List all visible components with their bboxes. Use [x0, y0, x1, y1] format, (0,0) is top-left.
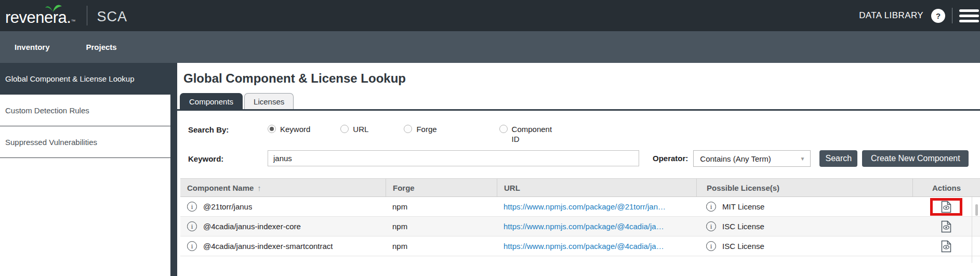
forge-value: npm	[392, 242, 407, 251]
radio-keyword[interactable]: Keyword	[268, 124, 310, 134]
info-icon[interactable]: i	[706, 241, 716, 251]
app-header: revenera.™ SCA DATA LIBRARY ?	[0, 0, 980, 31]
document-eye-icon	[941, 201, 951, 213]
sort-ascending-icon: ↑	[257, 183, 261, 192]
license-name: ISC License	[722, 222, 764, 231]
radio-url-circle[interactable]	[340, 125, 349, 133]
column-header-forge[interactable]: Forge	[386, 179, 497, 196]
forge-value: npm	[392, 202, 407, 211]
radio-forge-circle[interactable]	[404, 125, 412, 133]
info-icon[interactable]: i	[187, 221, 197, 231]
component-url-link[interactable]: https://www.npmjs.com/package/@4cadia/ja…	[504, 222, 664, 231]
page-title: Global Component & License Lookup	[183, 71, 980, 86]
radio-component-id[interactable]: Component ID	[499, 124, 559, 144]
operator-label: Operator:	[653, 150, 688, 163]
column-header-actions: Actions	[912, 179, 980, 196]
brand-logo[interactable]: revenera.™ SCA	[5, 4, 127, 27]
component-name: @4cadia/janus-indexer-core	[203, 222, 301, 231]
license-name: MIT License	[722, 202, 764, 211]
scrollbar-track	[972, 197, 980, 263]
keyword-input[interactable]	[268, 150, 639, 166]
nav-item-inventory[interactable]: Inventory	[15, 43, 50, 51]
search-by-row: Search By: Keyword URL Forge	[188, 124, 980, 144]
info-icon[interactable]: i	[706, 202, 716, 212]
table-row: i @21torr/janus npm https://www.npmjs.co…	[180, 197, 980, 217]
keyword-label: Keyword:	[188, 150, 268, 163]
info-icon[interactable]: i	[706, 221, 716, 231]
header-actions: DATA LIBRARY ?	[859, 7, 980, 25]
view-detail-button[interactable]	[941, 240, 951, 253]
chevron-down-icon: ▼	[800, 156, 805, 162]
component-name: @4cadia/janus-indexer-smartcontract	[203, 242, 333, 251]
radio-url[interactable]: URL	[340, 124, 368, 134]
search-form: Search By: Keyword URL Forge	[177, 111, 980, 167]
column-header-possible-licenses[interactable]: Possible License(s)	[696, 179, 912, 196]
data-library-link[interactable]: DATA LIBRARY	[859, 10, 923, 21]
brand-divider	[87, 6, 87, 25]
sidebar-edge	[170, 63, 177, 276]
sidebar-item-custom-detection-rules[interactable]: Custom Detection Rules	[0, 95, 177, 126]
radio-keyword-circle[interactable]	[268, 125, 276, 133]
info-icon[interactable]: i	[187, 202, 197, 212]
view-detail-button[interactable]	[941, 220, 951, 233]
header-divider	[952, 8, 952, 23]
leaf-icon	[45, 5, 63, 12]
search-by-radio-group: Keyword URL Forge Component ID	[268, 124, 559, 144]
table-header-row: Component Name ↑ Forge URL Possible Lice…	[180, 178, 980, 197]
results-table: Component Name ↑ Forge URL Possible Lice…	[180, 178, 980, 263]
tab-components[interactable]: Components	[180, 93, 243, 109]
sidebar-item-global-lookup[interactable]: Global Component & License Lookup	[0, 63, 177, 95]
forge-value: npm	[392, 222, 407, 231]
info-icon[interactable]: i	[187, 241, 197, 251]
main-panel: Global Component & License Lookup Compon…	[177, 63, 980, 276]
nav-item-projects[interactable]: Projects	[86, 43, 117, 51]
radio-component-id-circle[interactable]	[499, 125, 508, 133]
product-name: SCA	[97, 7, 127, 25]
view-detail-button[interactable]	[941, 201, 951, 213]
search-button[interactable]: Search	[819, 150, 857, 167]
search-by-label: Search By:	[188, 124, 268, 134]
create-new-component-button[interactable]: Create New Component	[862, 150, 969, 167]
column-header-url[interactable]: URL	[497, 179, 696, 196]
trademark: ™	[71, 19, 75, 24]
table-row: i @4cadia/janus-indexer-smartcontract np…	[180, 236, 980, 256]
highlight-annotation	[930, 198, 962, 216]
tab-strip: Components Licenses	[177, 93, 980, 111]
scrollbar-thumb[interactable]	[975, 204, 978, 216]
operator-select[interactable]: Contains (Any Term) ▼	[693, 150, 811, 167]
document-eye-icon	[941, 220, 951, 233]
component-name: @21torr/janus	[203, 202, 252, 211]
radio-forge[interactable]: Forge	[404, 124, 436, 134]
sidebar-item-suppressed-vulnerabilities[interactable]: Suppressed Vulnerabilities	[0, 126, 177, 158]
sidebar: Global Component & License Lookup Custom…	[0, 63, 177, 276]
hamburger-menu-icon[interactable]	[959, 7, 980, 25]
keyword-row: Keyword: Operator: Contains (Any Term) ▼…	[188, 150, 980, 167]
document-eye-icon	[941, 240, 951, 253]
tab-licenses[interactable]: Licenses	[244, 93, 294, 109]
component-url-link[interactable]: https://www.npmjs.com/package/@4cadia/ja…	[504, 242, 664, 251]
operator-selected-value: Contains (Any Term)	[700, 154, 771, 163]
revenera-logo: revenera.™	[5, 4, 75, 27]
primary-nav: Inventory Projects	[0, 31, 980, 63]
license-name: ISC License	[722, 242, 764, 251]
table-row: i @4cadia/janus-indexer-core npm https:/…	[180, 217, 980, 236]
help-icon[interactable]: ?	[931, 9, 945, 23]
component-url-link[interactable]: https://www.npmjs.com/package/@21torr/ja…	[504, 202, 666, 211]
column-header-component-name[interactable]: Component Name ↑	[180, 179, 386, 196]
